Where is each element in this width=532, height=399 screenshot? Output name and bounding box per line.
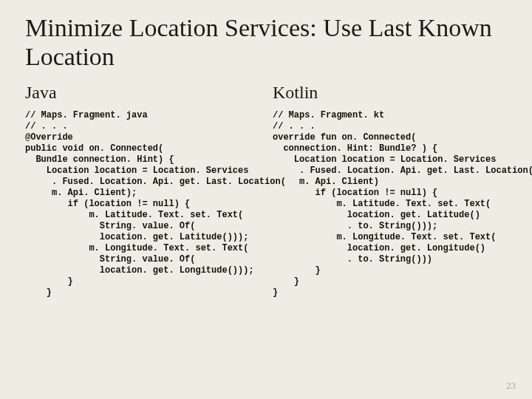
slide-title: Minimize Location Services: Use Last Kno… [25, 13, 507, 71]
page-number: 23 [506, 380, 516, 392]
left-column: Java // Maps. Fragment. java // . . . @O… [25, 81, 259, 299]
left-heading: Java [25, 83, 259, 103]
kotlin-code-block: // Maps. Fragment. kt // . . . override … [273, 110, 507, 299]
right-column: Kotlin // Maps. Fragment. kt // . . . ov… [273, 81, 507, 299]
slide: Minimize Location Services: Use Last Kno… [0, 0, 532, 399]
columns: Java // Maps. Fragment. java // . . . @O… [25, 81, 507, 299]
java-code-block: // Maps. Fragment. java // . . . @Overri… [25, 110, 259, 299]
right-heading: Kotlin [273, 83, 507, 103]
